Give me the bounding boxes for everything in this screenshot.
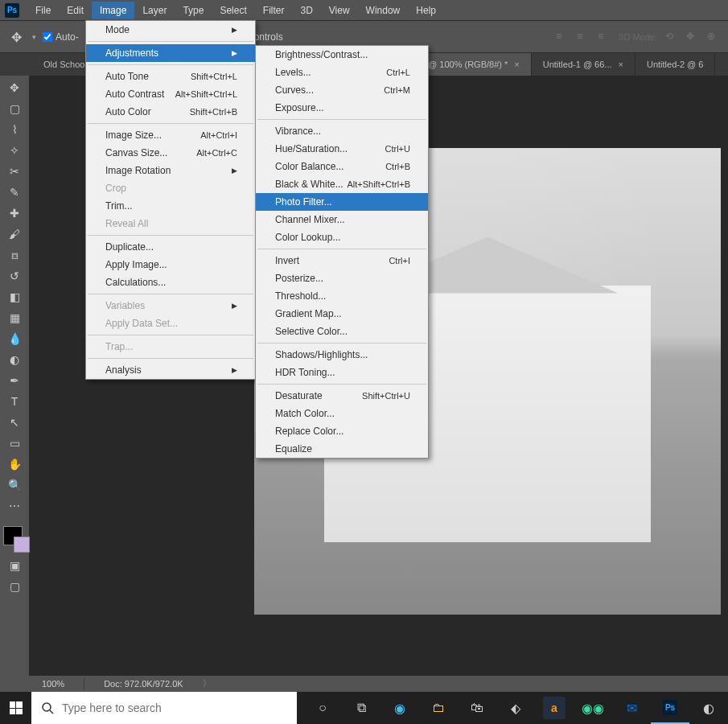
cortana-icon[interactable]: ○ bbox=[303, 692, 342, 724]
tripadvisor-icon[interactable]: ◉◉ bbox=[574, 692, 612, 724]
crop-tool[interactable]: ✂ bbox=[2, 161, 27, 182]
background-color[interactable] bbox=[14, 537, 30, 553]
adjustments-item-black-white[interactable]: Black & White...Alt+Shift+Ctrl+B bbox=[256, 175, 428, 193]
doctab-2[interactable]: Untitled-1 @ 66... × bbox=[532, 53, 635, 76]
history-brush-tool[interactable]: ↺ bbox=[2, 265, 27, 286]
image-menu-item-analysis[interactable]: Analysis▶ bbox=[86, 361, 255, 379]
healing-brush-tool[interactable]: ✚ bbox=[2, 203, 27, 224]
menu-help[interactable]: Help bbox=[408, 2, 444, 19]
edit-toolbar[interactable]: ⋯ bbox=[2, 496, 27, 516]
adjustments-item-shadows-highlights[interactable]: Shadows/Highlights... bbox=[256, 346, 428, 364]
image-menu-item-image-rotation[interactable]: Image Rotation▶ bbox=[86, 162, 255, 179]
eyedropper-tool[interactable]: ✎ bbox=[2, 182, 27, 203]
color-swatches[interactable] bbox=[3, 521, 26, 544]
hand-tool[interactable]: ✋ bbox=[2, 454, 27, 475]
menu-type[interactable]: Type bbox=[175, 2, 212, 19]
doctab-3[interactable]: Untitled-2 @ 6 bbox=[635, 53, 715, 76]
pan-icon[interactable]: ✥ bbox=[686, 31, 699, 43]
menu-window[interactable]: Window bbox=[358, 2, 409, 19]
chrome-icon[interactable]: ◐ bbox=[689, 692, 728, 724]
image-menu-item-adjustments[interactable]: Adjustments▶ bbox=[86, 44, 255, 62]
adjustments-item-brightness-contrast[interactable]: Brightness/Contrast... bbox=[256, 46, 428, 64]
path-selection-tool[interactable]: ↖ bbox=[2, 412, 27, 433]
blur-tool[interactable]: 💧 bbox=[2, 328, 27, 349]
adjustments-item-gradient-map[interactable]: Gradient Map... bbox=[256, 305, 428, 323]
align-icon[interactable]: ≡ bbox=[556, 31, 569, 43]
image-menu-item-canvas-size[interactable]: Canvas Size...Alt+Ctrl+C bbox=[86, 144, 255, 162]
adjustments-item-color-lookup[interactable]: Color Lookup... bbox=[256, 228, 428, 246]
close-icon[interactable]: × bbox=[619, 60, 623, 69]
image-menu-item-duplicate[interactable]: Duplicate... bbox=[86, 238, 255, 256]
status-arrow-icon[interactable]: 〉 bbox=[203, 678, 211, 689]
menu-layer[interactable]: Layer bbox=[134, 2, 175, 19]
image-menu-item-calculations[interactable]: Calculations... bbox=[86, 274, 255, 291]
align-icon-2[interactable]: ≡ bbox=[577, 31, 590, 43]
adjustments-item-hdr-toning[interactable]: HDR Toning... bbox=[256, 364, 428, 381]
rectangle-tool[interactable]: ▭ bbox=[2, 433, 27, 454]
mail-icon[interactable]: ✉ bbox=[612, 692, 651, 724]
amazon-icon[interactable]: a bbox=[543, 697, 566, 719]
adjustments-item-desaturate[interactable]: DesaturateShift+Ctrl+U bbox=[256, 387, 428, 405]
type-tool[interactable]: T bbox=[2, 391, 27, 412]
image-menu-item-trim[interactable]: Trim... bbox=[86, 197, 255, 215]
zoom-icon[interactable]: ⊕ bbox=[707, 31, 720, 43]
marquee-tool[interactable]: ▢ bbox=[2, 98, 27, 119]
move-tool-icon[interactable] bbox=[11, 30, 26, 44]
start-button[interactable] bbox=[0, 692, 31, 724]
adjustments-item-posterize[interactable]: Posterize... bbox=[256, 269, 428, 287]
dropdown-caret-icon[interactable]: ▾ bbox=[32, 33, 36, 41]
menu-file[interactable]: File bbox=[27, 2, 59, 19]
magic-wand-tool[interactable]: ✧ bbox=[2, 140, 27, 161]
auto-select-checkbox[interactable]: Auto- bbox=[43, 31, 79, 43]
foreground-color[interactable] bbox=[3, 526, 23, 545]
image-menu-item-auto-color[interactable]: Auto ColorShift+Ctrl+B bbox=[86, 103, 255, 121]
menu-view[interactable]: View bbox=[321, 2, 358, 19]
screenmode-tool[interactable]: ▢ bbox=[2, 576, 27, 597]
photoshop-taskbar-icon[interactable]: Ps bbox=[651, 692, 689, 724]
adjustments-item-threshold[interactable]: Threshold... bbox=[256, 287, 428, 305]
quickmask-tool[interactable]: ▣ bbox=[2, 555, 27, 576]
adjustments-item-hue-saturation[interactable]: Hue/Saturation...Ctrl+U bbox=[256, 140, 428, 158]
align-icon-3[interactable]: ≡ bbox=[598, 31, 611, 43]
clone-stamp-tool[interactable]: ⧈ bbox=[2, 245, 27, 265]
dropbox-icon[interactable]: ⬖ bbox=[496, 692, 535, 724]
menu-filter[interactable]: Filter bbox=[255, 2, 293, 19]
move-tool[interactable]: ✥ bbox=[2, 77, 27, 98]
image-menu-item-image-size[interactable]: Image Size...Alt+Ctrl+I bbox=[86, 126, 255, 144]
adjustments-item-equalize[interactable]: Equalize bbox=[256, 440, 428, 458]
auto-select-input[interactable] bbox=[43, 32, 52, 42]
adjustments-item-replace-color[interactable]: Replace Color... bbox=[256, 422, 428, 440]
brush-tool[interactable]: 🖌 bbox=[2, 224, 27, 245]
pen-tool[interactable]: ✒ bbox=[2, 370, 27, 391]
dodge-tool[interactable]: ◐ bbox=[2, 349, 27, 370]
close-icon[interactable]: × bbox=[514, 60, 519, 69]
adjustments-item-match-color[interactable]: Match Color... bbox=[256, 405, 428, 422]
gradient-tool[interactable]: ▦ bbox=[2, 307, 27, 328]
menu-image[interactable]: Image bbox=[92, 2, 134, 19]
search-input[interactable] bbox=[62, 701, 297, 714]
adjustments-item-levels[interactable]: Levels...Ctrl+L bbox=[256, 64, 428, 81]
adjustments-item-curves[interactable]: Curves...Ctrl+M bbox=[256, 81, 428, 99]
doc-info[interactable]: Doc: 972.0K/972.0K bbox=[104, 679, 183, 689]
eraser-tool[interactable]: ◧ bbox=[2, 286, 27, 307]
adjustments-item-invert[interactable]: InvertCtrl+I bbox=[256, 252, 428, 269]
lasso-tool[interactable]: ⌇ bbox=[2, 119, 27, 140]
zoom-level[interactable]: 100% bbox=[42, 679, 64, 689]
image-menu-item-auto-contrast[interactable]: Auto ContrastAlt+Shift+Ctrl+L bbox=[86, 85, 255, 103]
menu-edit[interactable]: Edit bbox=[59, 2, 92, 19]
edge-icon[interactable]: ◉ bbox=[380, 692, 419, 724]
orbit-icon[interactable]: ⟲ bbox=[665, 31, 678, 43]
adjustments-item-photo-filter[interactable]: Photo Filter... bbox=[256, 193, 428, 211]
store-icon[interactable]: 🛍 bbox=[458, 692, 496, 724]
image-menu-item-auto-tone[interactable]: Auto ToneShift+Ctrl+L bbox=[86, 68, 255, 85]
zoom-tool[interactable]: 🔍 bbox=[2, 475, 27, 496]
adjustments-item-selective-color[interactable]: Selective Color... bbox=[256, 323, 428, 340]
taskbar-search[interactable] bbox=[31, 692, 297, 724]
explorer-icon[interactable]: 🗀 bbox=[419, 692, 458, 724]
adjustments-item-channel-mixer[interactable]: Channel Mixer... bbox=[256, 211, 428, 228]
image-menu-item-apply-image[interactable]: Apply Image... bbox=[86, 256, 255, 274]
adjustments-item-vibrance[interactable]: Vibrance... bbox=[256, 122, 428, 140]
menu-select[interactable]: Select bbox=[212, 2, 254, 19]
adjustments-item-exposure[interactable]: Exposure... bbox=[256, 99, 428, 117]
adjustments-item-color-balance[interactable]: Color Balance...Ctrl+B bbox=[256, 158, 428, 175]
